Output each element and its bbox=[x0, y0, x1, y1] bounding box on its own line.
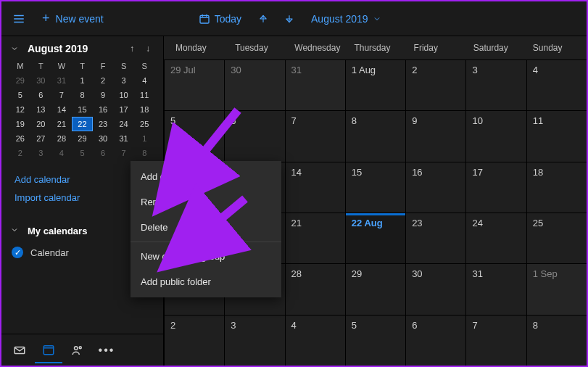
sidebar-add-calendar[interactable]: Add calendar bbox=[15, 174, 150, 185]
calendar-cell[interactable]: 18 bbox=[526, 162, 587, 213]
calendar-cell[interactable]: 29 Jul bbox=[164, 59, 224, 110]
mini-day[interactable]: 26 bbox=[10, 132, 30, 145]
mini-day[interactable]: 6 bbox=[31, 88, 51, 102]
calendar-button[interactable] bbox=[35, 337, 62, 363]
calendar-cell[interactable]: 3 bbox=[224, 315, 284, 366]
calendar-cell[interactable]: 4 bbox=[285, 315, 345, 366]
calendar-cell[interactable]: 2 bbox=[405, 59, 465, 110]
calendar-cell[interactable]: 5 bbox=[345, 315, 405, 366]
next-period-button[interactable] bbox=[278, 7, 301, 30]
mini-day[interactable]: 22 bbox=[73, 117, 93, 131]
calendar-cell[interactable]: 10 bbox=[465, 110, 526, 161]
mail-button[interactable] bbox=[6, 337, 33, 363]
mini-cal-prev[interactable]: ↑ bbox=[125, 42, 138, 55]
calendar-cell[interactable]: 1 Aug bbox=[345, 59, 405, 110]
calendar-cell[interactable]: 3 bbox=[465, 59, 526, 110]
calendar-cell[interactable]: 17 bbox=[465, 162, 526, 213]
mini-day[interactable]: 30 bbox=[93, 132, 113, 145]
mini-day[interactable]: 8 bbox=[73, 88, 93, 102]
mini-day[interactable]: 17 bbox=[114, 103, 134, 116]
mini-cal-collapse[interactable] bbox=[10, 43, 22, 54]
calendar-cell[interactable]: 29 bbox=[345, 263, 405, 314]
calendar-cell[interactable]: 6 bbox=[405, 315, 465, 366]
sidebar-import-calendar[interactable]: Import calendar bbox=[15, 192, 150, 203]
calendar-cell[interactable]: 7 bbox=[465, 315, 526, 366]
calendar-cell[interactable]: 8 bbox=[526, 315, 587, 366]
section-collapse[interactable] bbox=[10, 224, 22, 237]
calendar-cell[interactable]: 31 bbox=[465, 263, 526, 314]
mini-day[interactable]: 15 bbox=[73, 103, 93, 116]
calendar-cell[interactable]: 2 bbox=[164, 315, 224, 366]
mini-day[interactable]: 23 bbox=[93, 117, 113, 131]
calendar-cell[interactable]: 22 Aug bbox=[345, 213, 405, 263]
mini-cal-next[interactable]: ↓ bbox=[141, 42, 154, 55]
calendar-checkbox-icon[interactable]: ✓ bbox=[12, 247, 23, 258]
mini-day[interactable]: 21 bbox=[51, 117, 72, 131]
calendar-cell[interactable]: 30 bbox=[405, 263, 465, 314]
mini-day[interactable]: 7 bbox=[114, 147, 134, 160]
calendar-cell[interactable]: 5 bbox=[164, 110, 224, 161]
mini-day[interactable]: 16 bbox=[93, 103, 113, 116]
ctx-new-group[interactable]: New calendar group bbox=[131, 244, 281, 269]
calendar-cell[interactable]: 23 bbox=[405, 213, 465, 263]
new-event-button[interactable]: + New event bbox=[33, 7, 112, 30]
mini-day[interactable]: 12 bbox=[10, 103, 30, 116]
mini-day[interactable]: 2 bbox=[10, 147, 30, 160]
mini-day[interactable]: 8 bbox=[134, 147, 154, 160]
calendar-cell[interactable]: 8 bbox=[345, 110, 405, 161]
mini-day[interactable]: 3 bbox=[31, 147, 51, 160]
more-button[interactable]: ••• bbox=[93, 337, 120, 363]
mini-day[interactable]: 6 bbox=[93, 147, 113, 160]
mini-day[interactable]: 27 bbox=[31, 132, 51, 145]
calendar-cell[interactable]: 31 bbox=[285, 59, 345, 110]
month-selector[interactable]: August 2019 bbox=[304, 9, 389, 29]
calendar-cell[interactable]: 14 bbox=[285, 162, 345, 213]
ctx-add-public-folder[interactable]: Add public folder bbox=[131, 269, 281, 294]
calendar-cell[interactable]: 4 bbox=[526, 59, 587, 110]
mini-day[interactable]: 30 bbox=[31, 74, 51, 87]
today-button[interactable]: Today bbox=[191, 9, 249, 29]
ctx-add-calendar[interactable]: Add calendar bbox=[131, 164, 281, 189]
mini-day[interactable]: 31 bbox=[51, 74, 72, 87]
calendar-cell[interactable]: 1 Sep bbox=[526, 263, 587, 314]
mini-day[interactable]: 1 bbox=[134, 132, 154, 145]
mini-day[interactable]: 11 bbox=[134, 88, 154, 102]
mini-day[interactable]: 2 bbox=[93, 74, 113, 87]
prev-period-button[interactable] bbox=[252, 7, 275, 30]
mini-day[interactable]: 19 bbox=[10, 117, 30, 131]
mini-day[interactable]: 9 bbox=[93, 88, 113, 102]
hamburger-menu[interactable] bbox=[7, 7, 30, 30]
mini-day[interactable]: 3 bbox=[114, 74, 134, 87]
mini-day[interactable]: 31 bbox=[114, 132, 134, 145]
calendar-cell[interactable]: 21 bbox=[285, 213, 345, 263]
ctx-rename[interactable]: Rename bbox=[131, 189, 281, 215]
calendar-cell[interactable]: 11 bbox=[526, 110, 587, 161]
calendar-cell[interactable]: 6 bbox=[224, 110, 284, 161]
ctx-delete[interactable]: Delete bbox=[131, 215, 281, 240]
mini-day[interactable]: 29 bbox=[73, 132, 93, 145]
mini-day[interactable]: 1 bbox=[73, 74, 93, 87]
calendar-cell[interactable]: 9 bbox=[405, 110, 465, 161]
mini-day[interactable]: 24 bbox=[114, 117, 134, 131]
mini-day[interactable]: 5 bbox=[10, 88, 30, 102]
mini-day[interactable]: 13 bbox=[31, 103, 51, 116]
calendar-cell[interactable]: 7 bbox=[285, 110, 345, 161]
mini-day[interactable]: 5 bbox=[73, 147, 93, 160]
calendar-cell[interactable]: 15 bbox=[345, 162, 405, 213]
mini-day[interactable]: 18 bbox=[134, 103, 154, 116]
mini-day[interactable]: 10 bbox=[114, 88, 134, 102]
mini-day[interactable]: 7 bbox=[51, 88, 72, 102]
calendar-cell[interactable]: 30 bbox=[224, 59, 284, 110]
mini-day[interactable]: 4 bbox=[51, 147, 72, 160]
calendar-cell[interactable]: 25 bbox=[526, 213, 587, 263]
mini-day[interactable]: 29 bbox=[10, 74, 30, 87]
calendar-cell[interactable]: 16 bbox=[405, 162, 465, 213]
mini-day[interactable]: 28 bbox=[51, 132, 72, 145]
mini-day[interactable]: 25 bbox=[134, 117, 154, 131]
mini-day[interactable]: 14 bbox=[51, 103, 72, 116]
people-button[interactable] bbox=[64, 337, 91, 363]
mini-day[interactable]: 4 bbox=[134, 74, 154, 87]
calendar-cell[interactable]: 24 bbox=[465, 213, 526, 263]
calendar-cell[interactable]: 28 bbox=[285, 263, 345, 314]
mini-day[interactable]: 20 bbox=[31, 117, 51, 131]
